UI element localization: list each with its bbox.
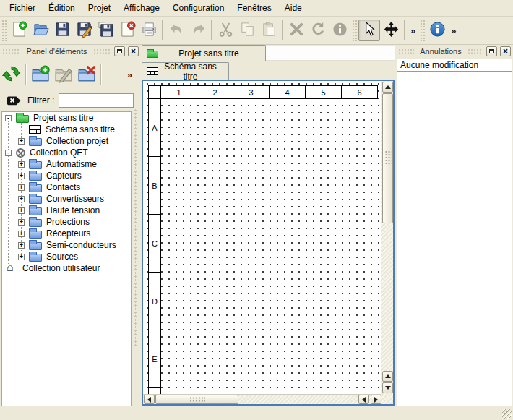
close-panel-button[interactable] — [128, 46, 139, 56]
tree-expander[interactable]: + — [18, 207, 25, 214]
menu-fichier[interactable]: Fichier — [3, 1, 42, 15]
tree-expander[interactable]: + — [18, 138, 25, 145]
save-as-button[interactable] — [73, 20, 95, 41]
horizontal-scroll-thumb[interactable] — [155, 395, 238, 404]
new-category-button[interactable] — [29, 63, 52, 86]
scroll-left-button[interactable] — [144, 395, 155, 404]
tree-expander[interactable]: + — [18, 254, 25, 260]
tree-item-label: Projet sans titre — [33, 113, 93, 123]
open-file-button[interactable] — [30, 20, 51, 41]
horizontal-scrollbar[interactable] — [143, 394, 382, 404]
tree-expander[interactable]: - — [5, 150, 12, 156]
toolbar-drag-handle[interactable] — [420, 20, 425, 41]
float-icon — [489, 49, 494, 53]
menu-edition[interactable]: Édition — [42, 1, 82, 15]
menu-affichage[interactable]: Affichage — [117, 1, 166, 15]
scroll-up-button[interactable] — [382, 371, 393, 382]
dock-texture — [467, 48, 483, 55]
menu-fenetres[interactable]: Fenêtres — [230, 1, 277, 15]
move-tool-button[interactable] — [380, 20, 402, 41]
folder-icon — [29, 196, 42, 204]
rotate-button — [307, 20, 329, 41]
float-panel-button[interactable] — [114, 46, 125, 56]
new-file-button[interactable] — [8, 20, 30, 41]
toolbar-separator — [162, 20, 163, 40]
delete-button — [285, 20, 307, 41]
scroll-right-button[interactable] — [371, 395, 381, 404]
column-header: 2 — [197, 85, 233, 99]
undo-list-item[interactable]: Aucune modification — [397, 59, 512, 72]
cursor-arrow-icon — [361, 21, 378, 40]
folder-icon — [29, 231, 42, 239]
select-tool-button[interactable] — [358, 20, 380, 41]
tree-expander[interactable]: + — [18, 231, 25, 237]
delete-category-button[interactable] — [75, 63, 98, 86]
tree-expander[interactable]: + — [18, 161, 25, 168]
schema-tab-label: Schéma sans titre — [158, 61, 228, 82]
folder-add-icon — [31, 64, 50, 85]
toolbar-drag-handle[interactable] — [1, 20, 7, 41]
float-panel-button[interactable] — [486, 46, 497, 56]
print-button[interactable] — [138, 20, 160, 41]
tab-schema-sans-titre[interactable]: Schéma sans titre — [142, 62, 229, 80]
scroll-left-button[interactable] — [358, 395, 369, 404]
column-header: 4 — [270, 85, 306, 99]
tree-expander[interactable]: - — [5, 115, 12, 121]
scroll-up-icon — [385, 372, 391, 378]
edit-category-button — [52, 63, 75, 86]
menu-projet[interactable]: Projet — [82, 1, 117, 15]
dock-splitter-handle[interactable] — [134, 108, 138, 347]
undo-history-list[interactable]: Aucune modification — [397, 59, 512, 406]
scroll-up-button[interactable] — [382, 82, 393, 93]
save-button[interactable] — [51, 20, 73, 41]
resize-grip[interactable] — [502, 409, 512, 419]
toolbar-overflow-chevron[interactable]: » — [408, 25, 418, 36]
column-header: 1 — [161, 85, 197, 99]
tree-guide-line — [8, 118, 9, 268]
close-panel-button[interactable] — [500, 46, 511, 56]
element-tree[interactable]: -Projet sans titreSchéma sans titre+Coll… — [1, 111, 132, 406]
row-label: E — [148, 330, 161, 388]
tree-expander[interactable]: + — [18, 242, 25, 249]
save-as-icon — [76, 21, 92, 40]
clear-filter-icon[interactable] — [7, 95, 22, 107]
diagram-canvas[interactable]: 123456 ABCDE — [143, 81, 381, 394]
scroll-left-icon — [359, 397, 366, 403]
undo-panel-title: Annulations — [417, 47, 465, 56]
vertical-scroll-thumb[interactable] — [382, 93, 393, 223]
menu-aide[interactable]: Aide — [278, 1, 309, 15]
toolbar-overflow-chevron[interactable]: » — [448, 25, 459, 36]
element-info-button — [329, 20, 350, 41]
vertical-scrollbar[interactable] — [381, 81, 393, 394]
scroll-left-icon — [145, 397, 151, 403]
scroll-down-button[interactable] — [382, 382, 393, 393]
toolbar-drag-handle[interactable] — [352, 20, 357, 41]
tree-item[interactable]: +Collection projet — [2, 135, 131, 147]
paste-button — [258, 20, 280, 41]
tree-item[interactable]: Collection utilisateur — [2, 262, 131, 274]
toolbar-separator — [100, 64, 102, 85]
save-all-button[interactable] — [95, 20, 116, 41]
reload-collections-button[interactable] — [0, 63, 23, 86]
tab-projet-sans-titre[interactable]: Projet sans titre — [142, 45, 266, 61]
tree-item[interactable]: +Sources — [2, 251, 131, 262]
mdi-area: Projet sans titre Schéma sans titre 1234… — [142, 45, 395, 408]
tree-item-label: Protections — [46, 217, 90, 227]
folder-icon — [29, 173, 42, 181]
tree-expander[interactable]: + — [18, 184, 25, 191]
float-icon — [117, 49, 122, 53]
menu-configuration[interactable]: Configuration — [166, 1, 230, 15]
tree-expander[interactable]: + — [18, 173, 25, 179]
elements-panel-dock: Panel d'éléments » — [0, 45, 141, 408]
elements-panel-title: Panel d'éléments — [23, 47, 90, 56]
panel-overflow-chevron[interactable]: » — [124, 69, 135, 80]
tree-expander[interactable]: + — [18, 219, 25, 226]
column-header: 5 — [306, 85, 342, 99]
filter-input[interactable] — [59, 93, 134, 108]
close-file-button[interactable] — [116, 20, 138, 41]
toolbar-separator — [282, 20, 283, 40]
tree-expander[interactable]: + — [18, 196, 25, 202]
close-file-icon — [119, 21, 136, 40]
rotate-icon — [310, 21, 327, 40]
about-button[interactable] — [426, 20, 448, 41]
